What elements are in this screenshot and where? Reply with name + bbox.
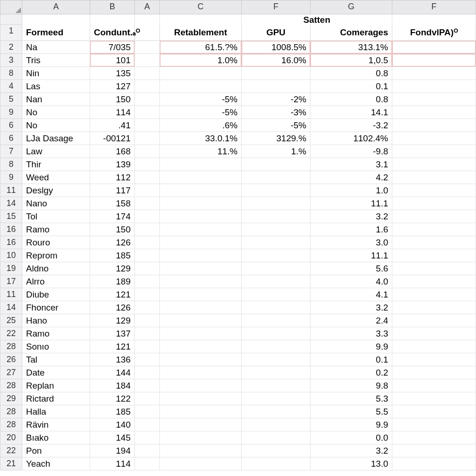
cell-blank[interactable] (135, 80, 160, 93)
cell-retablement[interactable] (160, 158, 242, 171)
row-header[interactable]: 3 (0, 54, 22, 67)
cell-blank[interactable] (135, 405, 160, 418)
row-header[interactable]: 16 (0, 223, 22, 236)
cell-retablement[interactable] (160, 236, 242, 249)
cell-gpu[interactable] (242, 262, 311, 275)
cell-comerages[interactable]: 5.6 (311, 262, 392, 275)
header-comerages[interactable]: Comerages (311, 25, 392, 41)
cell-formeed[interactable]: Tal (22, 353, 90, 366)
cell-formeed[interactable]: Replan (22, 379, 90, 392)
col-header-B[interactable]: B (90, 0, 135, 14)
cell-fondv[interactable] (392, 275, 476, 288)
cell-comerages[interactable]: 0.8 (311, 93, 392, 106)
cell-gpu[interactable]: -3% (242, 106, 311, 119)
cell-blank[interactable] (135, 54, 160, 67)
cell-formeed[interactable]: Pon (22, 444, 90, 457)
row-header[interactable]: 7 (0, 145, 22, 158)
cell-retablement[interactable] (160, 171, 242, 184)
row-header[interactable]: 10 (0, 249, 22, 262)
cell-condunt[interactable]: 145 (90, 431, 135, 444)
row-header[interactable]: 11 (0, 184, 22, 197)
cell-comerages[interactable]: 11.1 (311, 249, 392, 262)
col-header-C[interactable]: C (160, 0, 242, 14)
cell-fondv[interactable] (392, 340, 476, 353)
cell-condunt[interactable]: 126 (90, 301, 135, 314)
row-header[interactable]: 4 (0, 80, 22, 93)
cell-formeed[interactable]: No (22, 119, 90, 132)
cell-comerages[interactable]: 4.1 (311, 288, 392, 301)
cell-fondv[interactable] (392, 93, 476, 106)
cell-retablement[interactable] (160, 457, 242, 470)
cell-blank[interactable] (135, 41, 160, 54)
cell-retablement[interactable] (160, 418, 242, 431)
row-header[interactable]: 28 (0, 379, 22, 392)
cell-formeed[interactable]: Ramo (22, 327, 90, 340)
cell-retablement[interactable] (160, 327, 242, 340)
cell-fondv[interactable] (392, 223, 476, 236)
cell-blank[interactable] (135, 262, 160, 275)
cell-comerages[interactable]: 5.3 (311, 392, 392, 405)
cell-fondv[interactable] (392, 457, 476, 470)
row-header[interactable]: 6 (0, 119, 22, 132)
select-all-corner[interactable] (0, 0, 22, 14)
cell-blank[interactable] (135, 106, 160, 119)
cell-gpu[interactable] (242, 67, 311, 80)
cell-comerages[interactable]: 13.0 (311, 457, 392, 470)
cell-fondv[interactable] (392, 145, 476, 158)
row-header[interactable]: 29 (0, 392, 22, 405)
cell-condunt[interactable]: 121 (90, 340, 135, 353)
cell-comerages[interactable]: 9.9 (311, 340, 392, 353)
cell-gpu[interactable] (242, 158, 311, 171)
spreadsheet-grid[interactable]: A B A C F G F Satten 1 Formeed Condunt.ₐ… (0, 0, 476, 470)
cell-condunt[interactable]: 114 (90, 106, 135, 119)
cell-fondv[interactable] (392, 418, 476, 431)
cell-condunt[interactable]: -00121 (90, 132, 135, 145)
cell-blank[interactable] (135, 288, 160, 301)
cell-fondv[interactable] (392, 197, 476, 210)
cell-comerages[interactable]: 1.0 (311, 184, 392, 197)
cell-blank[interactable] (135, 67, 160, 80)
cell-fondv[interactable] (392, 327, 476, 340)
cell-comerages[interactable]: 0.8 (311, 67, 392, 80)
cell-gpu[interactable] (242, 249, 311, 262)
cell-comerages[interactable]: 1.6 (311, 223, 392, 236)
cell-retablement[interactable] (160, 379, 242, 392)
cell-condunt[interactable]: 150 (90, 223, 135, 236)
cell-condunt[interactable]: 117 (90, 184, 135, 197)
cell-blank[interactable] (135, 314, 160, 327)
cell-condunt[interactable]: 122 (90, 392, 135, 405)
cell-gpu[interactable] (242, 301, 311, 314)
row-header-blank-top[interactable] (0, 14, 22, 25)
cell-condunt[interactable]: 137 (90, 327, 135, 340)
cell-retablement[interactable] (160, 275, 242, 288)
cell-formeed[interactable]: No (22, 106, 90, 119)
cell-retablement[interactable] (160, 249, 242, 262)
cell-blank[interactable] (135, 249, 160, 262)
cell-blank[interactable] (135, 353, 160, 366)
cell-retablement[interactable] (160, 288, 242, 301)
cell-blank[interactable] (135, 340, 160, 353)
cell-comerages[interactable]: 0.1 (311, 353, 392, 366)
row-header[interactable]: 15 (0, 210, 22, 223)
row-header-1[interactable]: 1 (0, 25, 22, 41)
cell-blank[interactable] (135, 275, 160, 288)
cell-formeed[interactable]: Halla (22, 405, 90, 418)
cell-retablement[interactable]: 1.0% (160, 54, 242, 67)
cell-gpu[interactable] (242, 366, 311, 379)
row-header[interactable]: 8 (0, 158, 22, 171)
cell-fondv[interactable] (392, 80, 476, 93)
cell-fondv[interactable] (392, 171, 476, 184)
cell-formeed[interactable]: Ramo (22, 223, 90, 236)
cell-blank[interactable] (135, 431, 160, 444)
cell-gpu[interactable] (242, 418, 311, 431)
cell-formeed[interactable]: Thir (22, 158, 90, 171)
cell-retablement[interactable] (160, 353, 242, 366)
header-condunt[interactable]: Condunt.ₐᴼ (90, 25, 135, 41)
cell-fondv[interactable] (392, 431, 476, 444)
cell-condunt[interactable]: 194 (90, 444, 135, 457)
cell-formeed[interactable]: Aldno (22, 262, 90, 275)
row-header[interactable]: 8 (0, 67, 22, 80)
cell-condunt[interactable]: 185 (90, 249, 135, 262)
cell-gpu[interactable]: 3129.% (242, 132, 311, 145)
cell-formeed[interactable]: Las (22, 80, 90, 93)
